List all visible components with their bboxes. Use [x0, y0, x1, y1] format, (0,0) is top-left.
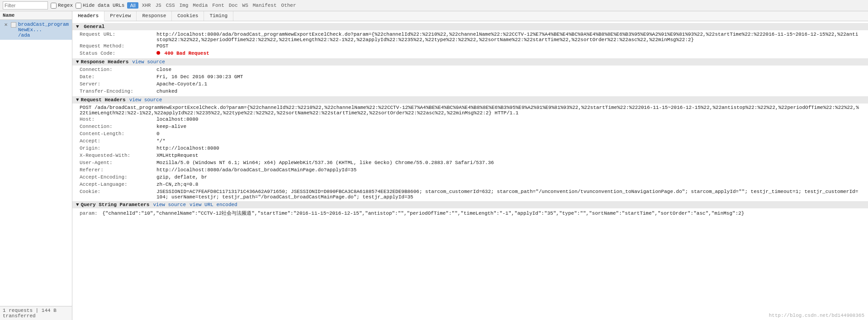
request-headers-view-source[interactable]: view source — [129, 97, 162, 103]
request-url-row: Request URL: http://localhost:8080/ada/b… — [72, 31, 868, 43]
hide-data-urls-checkbox[interactable] — [76, 3, 81, 9]
tab-headers[interactable]: Headers — [72, 11, 104, 21]
response-headers-content: Connection: close Date: Fri, 16 Dec 2016… — [72, 66, 868, 96]
connection-label: Connection: — [80, 67, 157, 73]
img-filter-button[interactable]: Img — [179, 3, 190, 8]
detail-tabs: Headers Preview Response Cookies Timing — [72, 11, 868, 21]
connection-value: close — [157, 67, 861, 73]
req-x-requested-with-value: XMLHttpRequest — [157, 153, 861, 159]
req-cookie-value: JSESSIONID=AC7FEAFD8C11713171C436A62A971… — [157, 189, 861, 200]
network-list-panel: Name ✕ broadCast_programNewEx... /ada 1 … — [0, 11, 72, 320]
req-host-value: localhost:8080 — [157, 117, 861, 123]
request-url-value: http://localhost:8080/ada/broadCast_prog… — [157, 32, 861, 42]
request-method-value: POST — [157, 43, 861, 50]
req-accept-encoding-label: Accept-Encoding: — [80, 174, 157, 181]
details-panel: Headers Preview Response Cookies Timing … — [72, 11, 868, 320]
req-accept-value: */* — [157, 138, 861, 145]
req-cookie-row: Cookie: JSESSIONID=AC7FEAFD8C11713171C43… — [72, 188, 868, 200]
hide-data-urls-text: Hide data URLs — [83, 3, 124, 8]
general-section-content: Request URL: http://localhost:8080/ada/b… — [72, 30, 868, 58]
req-accept-language-label: Accept-Language: — [80, 182, 157, 188]
req-accept-language-row: Accept-Language: zh-CN,zh;q=0.8 — [72, 181, 868, 188]
query-param-value: {"channelId":"10","channelName":"CCTV-12… — [102, 211, 744, 216]
main-panel: Name ✕ broadCast_programNewEx... /ada 1 … — [0, 11, 868, 320]
name-column-header: Name — [0, 11, 72, 20]
req-connection-value: keep-alive — [157, 124, 861, 130]
status-code-value: 400 Bad Request — [157, 51, 861, 57]
tab-timing[interactable]: Timing — [204, 11, 233, 21]
close-btn[interactable]: ✕ — [3, 22, 9, 28]
req-origin-value: http://localhost:8080 — [157, 146, 861, 152]
response-headers-arrow: ▼ — [76, 59, 79, 65]
req-origin-label: Origin: — [80, 146, 157, 152]
req-x-requested-with-row: X-Requested-With: XMLHttpRequest — [72, 152, 868, 160]
manifest-filter-button[interactable]: Manifest — [252, 3, 278, 8]
req-referer-row: Referer: http://localhost:8080/ada/broad… — [72, 167, 868, 174]
regex-checkbox[interactable] — [51, 3, 57, 9]
transfer-encoding-row: Transfer-Encoding: chunked — [72, 88, 868, 95]
req-accept-encoding-row: Accept-Encoding: gzip, deflate, br — [72, 174, 868, 181]
general-title: General — [84, 24, 104, 29]
transfer-encoding-value: chunked — [157, 89, 861, 95]
request-url-label: Request URL: — [80, 32, 157, 42]
req-cookie-label: Cookie: — [80, 189, 157, 200]
request-method-row: Request Method: POST — [72, 43, 868, 50]
tab-preview[interactable]: Preview — [104, 11, 137, 21]
tab-cookies[interactable]: Cookies — [172, 11, 204, 21]
query-param-label: param: — [80, 211, 98, 216]
js-filter-button[interactable]: JS — [154, 3, 162, 8]
general-arrow: ▼ — [76, 24, 79, 29]
status-code-text: 400 Bad Request — [165, 51, 209, 56]
response-headers-title: Response Headers — [81, 59, 129, 65]
req-referer-value: http://localhost:8080/ada/broadCast_broa… — [157, 167, 861, 174]
doc-filter-button[interactable]: Doc — [228, 3, 239, 8]
query-view-url-encoded[interactable]: view URL encoded — [190, 202, 237, 207]
req-origin-row: Origin: http://localhost:8080 — [72, 145, 868, 152]
all-filter-button[interactable]: All — [127, 2, 138, 9]
tab-response[interactable]: Response — [137, 11, 172, 21]
regex-checkbox-label: Regex — [51, 3, 73, 9]
media-filter-button[interactable]: Media — [192, 3, 209, 8]
req-content-length-row: Content-Length: 0 — [72, 131, 868, 138]
request-headers-section-header[interactable]: ▼Request Headers view source — [72, 96, 868, 104]
watermark: http://blog.csdn.net/bd144908365 — [769, 313, 864, 318]
network-item-text: broadCast_programNewEx... /ada — [18, 22, 69, 38]
query-string-title: Query String Parameters — [81, 202, 150, 207]
date-row: Date: Fri, 16 Dec 2016 09:30:23 GMT — [72, 74, 868, 81]
status-code-row: Status Code: 400 Bad Request — [72, 50, 868, 57]
req-connection-label: Connection: — [80, 124, 157, 130]
xhr-filter-button[interactable]: XHR — [141, 3, 152, 8]
req-user-agent-row: User-Agent: Mozilla/5.0 (Windows NT 6.1;… — [72, 160, 868, 167]
connection-row: Connection: close — [72, 66, 868, 74]
filter-input[interactable] — [3, 1, 48, 9]
req-x-requested-with-label: X-Requested-With: — [80, 153, 157, 159]
date-value: Fri, 16 Dec 2016 09:30:23 GMT — [157, 74, 861, 80]
date-label: Date: — [80, 74, 157, 80]
css-filter-button[interactable]: CSS — [165, 3, 176, 8]
query-string-section-header[interactable]: ▼Query String Parameters view source vie… — [72, 201, 868, 208]
req-host-label: Host: — [80, 117, 157, 123]
font-filter-button[interactable]: Font — [211, 3, 225, 8]
req-accept-encoding-value: gzip, deflate, br — [157, 174, 861, 181]
ws-filter-button[interactable]: WS — [242, 3, 249, 8]
network-item[interactable]: ✕ broadCast_programNewEx... /ada — [0, 20, 72, 40]
request-headers-arrow: ▼ — [76, 97, 79, 103]
req-user-agent-label: User-Agent: — [80, 160, 157, 166]
server-value: Apache-Coyote/1.1 — [157, 81, 861, 88]
response-headers-view-source[interactable]: view source — [132, 59, 165, 65]
req-content-length-label: Content-Length: — [80, 131, 157, 137]
req-accept-label: Accept: — [80, 138, 157, 145]
server-row: Server: Apache-Coyote/1.1 — [72, 81, 868, 88]
query-param-row: param: {"channelId":"10","channelName":"… — [72, 209, 868, 217]
regex-label: Regex — [58, 3, 73, 8]
query-view-source[interactable]: view source — [153, 202, 186, 207]
bottom-status-bar: 1 requests | 144 B transferred — [0, 306, 72, 320]
req-user-agent-value: Mozilla/5.0 (Windows NT 6.1; Win64; x64)… — [157, 160, 861, 166]
request-headers-title: Request Headers — [81, 97, 126, 103]
status-code-label: Status Code: — [80, 51, 157, 57]
request-line: POST /ada/broadCast_programNewExportExce… — [72, 104, 868, 116]
req-host-row: Host: localhost:8080 — [72, 116, 868, 123]
other-filter-button[interactable]: Other — [280, 3, 297, 8]
response-headers-section-header[interactable]: ▼Response Headers view source — [72, 58, 868, 66]
general-section-header[interactable]: ▼ General — [72, 23, 868, 30]
